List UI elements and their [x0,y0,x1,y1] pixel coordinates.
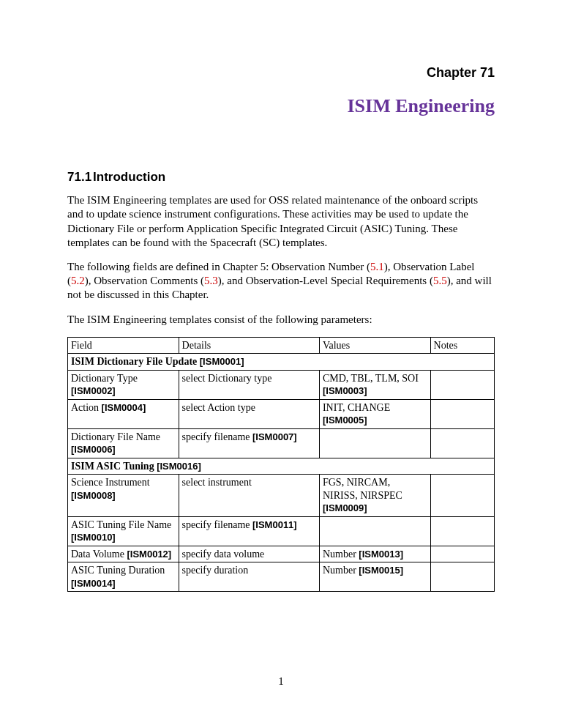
field-values [319,516,430,546]
intro-paragraph-1: The ISIM Engineering templates are used … [67,193,495,250]
field-notes [430,546,494,562]
ism-code: [ISM0010] [71,532,116,543]
ism-code: [ISM0005] [323,415,367,426]
chapter-label: Chapter 71 [67,64,495,81]
table-row: Action [ISM0004] select Action type INIT… [68,399,495,428]
ism-code: [ISM0012] [127,549,171,560]
section-heading: 71.1Introduction [67,169,495,185]
ism-code: [ISM0001] [200,356,244,367]
field-label: ASIC Tuning File Name [71,519,171,530]
field-label: Data Volume [71,549,127,560]
table-row: Data Volume [ISM0012] specify data volum… [68,546,495,562]
field-values: FGS, NIRCAM, NIRISS, NIRSPEC [323,477,402,501]
ism-code: [ISM0006] [71,444,116,455]
field-notes [430,516,494,546]
ism-code: [ISM0008] [71,490,116,501]
xref-5-5[interactable]: 5.5 [433,275,447,286]
xref-5-2[interactable]: 5.2 [71,275,85,286]
field-label: Dictionary Type [71,373,138,384]
field-label: Science Instrument [71,477,150,488]
ism-code: [ISM0009] [323,502,367,513]
text: The following fields are defined in Chap… [67,261,370,272]
parameters-table: Field Details Values Notes ISIM Dictiona… [67,337,495,593]
table-header-row: Field Details Values Notes [68,337,495,354]
field-details: select Dictionary type [179,370,319,399]
field-details: specify filename [182,519,252,530]
xref-5-3[interactable]: 5.3 [204,275,218,286]
intro-paragraph-3: The ISIM Engineering templates consist o… [67,313,495,327]
ism-code: [ISM0016] [157,461,201,472]
group-row-asic-tuning: ISIM ASIC Tuning [ISM0016] [68,458,495,475]
ism-code: [ISM0013] [359,549,403,560]
table-row: ASIC Tuning File Name [ISM0010] specify … [68,516,495,546]
document-title: ISIM Engineering [67,94,495,119]
field-notes [430,428,494,458]
ism-code: [ISM0004] [102,402,146,413]
table-row: Dictionary Type [ISM0002] select Diction… [68,370,495,399]
section-title: Introduction [93,170,165,184]
ism-code: [ISM0002] [71,385,116,396]
ism-code: [ISM0011] [252,519,297,530]
field-details: specify data volume [179,546,319,562]
field-notes [430,562,494,592]
col-notes: Notes [430,337,494,354]
col-field: Field [68,337,179,354]
table-row: Dictionary File Name [ISM0006] specify f… [68,428,495,458]
xref-5-1[interactable]: 5.1 [370,261,384,272]
ism-code: [ISM0003] [323,385,367,396]
field-details: specify filename [182,431,252,442]
field-notes [430,370,494,399]
ism-code: [ISM0007] [252,431,297,442]
field-notes [430,399,494,428]
group-title: ISIM ASIC Tuning [71,461,157,472]
field-details: select Action type [179,399,319,428]
field-values [319,428,430,458]
field-label: Dictionary File Name [71,431,160,442]
field-values: CMD, TBL, TLM, SOI [323,373,419,384]
field-label: Action [71,402,102,413]
field-notes [430,475,494,517]
field-values: Number [323,565,359,576]
group-title: ISIM Dictionary File Update [71,356,200,367]
field-details: select instrument [179,475,319,517]
page-number: 1 [0,675,562,688]
text: ), and Observation-Level Special Require… [218,275,433,286]
table-row: ASIC Tuning Duration [ISM0014] specify d… [68,562,495,592]
field-values: INIT, CHANGE [323,402,390,413]
field-details: specify duration [179,562,319,592]
group-row-dictionary-update: ISIM Dictionary File Update [ISM0001] [68,354,495,371]
col-details: Details [179,337,319,354]
field-values: Number [323,549,359,560]
text: ), Observation Comments ( [85,275,204,286]
field-label: ASIC Tuning Duration [71,565,165,576]
intro-paragraph-2: The following fields are defined in Chap… [67,260,495,302]
table-row: Science Instrument [ISM0008] select inst… [68,475,495,517]
ism-code: [ISM0015] [359,565,403,576]
col-values: Values [319,337,430,354]
ism-code: [ISM0014] [71,578,116,589]
section-number: 71.1 [67,170,91,184]
